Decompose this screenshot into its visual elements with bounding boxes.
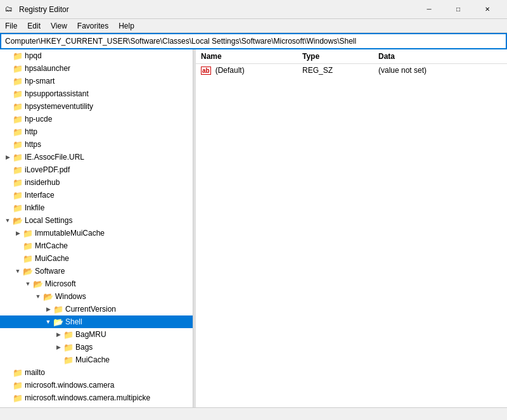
tree-item[interactable]: 📁hpsupportassistant	[0, 87, 193, 100]
tree-item[interactable]: 📁insiderhub	[0, 176, 193, 189]
tree-item[interactable]: 📁hpsalauncher	[0, 62, 193, 75]
tree-item-label: hp-ucde	[25, 115, 52, 124]
no-expand-icon	[3, 165, 13, 175]
expand-icon[interactable]: ▼	[13, 266, 23, 276]
tree-item-label: BagMRU	[75, 330, 106, 339]
expand-icon[interactable]: ▶	[53, 342, 63, 352]
tree-item-label: Shell	[65, 317, 82, 326]
tree-item[interactable]: 📁MuiCache	[0, 353, 193, 366]
no-expand-icon	[3, 76, 13, 86]
tree-item-label: microsoft.windows.camera	[25, 381, 114, 390]
tree-item[interactable]: 📁iLovePDF.pdf	[0, 163, 193, 176]
no-expand-icon	[3, 89, 13, 99]
tree-item-label: https	[25, 140, 41, 149]
folder-closed-icon: 📁	[63, 343, 74, 352]
status-bar	[0, 407, 507, 420]
tree-item[interactable]: 📁https	[0, 138, 193, 151]
tree-item[interactable]: ▼📂Shell	[0, 315, 193, 328]
folder-closed-icon: 📁	[13, 191, 23, 200]
folder-closed-icon: 📁	[13, 64, 23, 73]
no-expand-icon	[13, 253, 23, 264]
no-expand-icon	[3, 101, 13, 111]
tree-item-label: Inkfile	[25, 203, 44, 212]
detail-row[interactable]: ab(Default)REG_SZ(value not set)	[196, 64, 507, 77]
menu-item-view[interactable]: View	[46, 20, 72, 32]
tree-item-label: hp-smart	[25, 77, 55, 86]
main-content: 📁hpqd📁hpsalauncher📁hp-smart📁hpsupportass…	[0, 49, 507, 407]
tree-item[interactable]: 📁microsoft.windows.camera.multipicke	[0, 391, 193, 404]
tree-item[interactable]: ▶📁BagMRU	[0, 328, 193, 341]
folder-closed-icon: 📁	[23, 241, 33, 251]
tree-item[interactable]: 📁MrtCache	[0, 239, 193, 252]
tree-item[interactable]: 📁http	[0, 125, 193, 138]
tree-item[interactable]: ▶📁CurrentVersion	[0, 303, 193, 315]
tree-item-label: MuiCache	[35, 254, 69, 263]
expand-icon[interactable]: ▼	[3, 215, 13, 226]
no-expand-icon	[3, 63, 13, 73]
tree-item[interactable]: 📁microsoft.windows.camera	[0, 379, 193, 391]
folder-closed-icon: 📁	[13, 368, 23, 378]
menu-item-favorites[interactable]: Favorites	[72, 20, 113, 32]
folder-open-icon: 📂	[43, 292, 53, 302]
column-type: Type	[302, 52, 378, 61]
tree-item-label: Windows	[55, 292, 86, 301]
tree-item[interactable]: ▶📁Bags	[0, 341, 193, 353]
tree-item[interactable]: 📁Interface	[0, 189, 193, 201]
close-button[interactable]: ✕	[473, 0, 502, 19]
expand-icon[interactable]: ▼	[43, 317, 53, 327]
tree-item[interactable]: ▼📂Local Settings	[0, 214, 193, 227]
folder-open-icon: 📂	[33, 279, 43, 289]
tree-item[interactable]: ▼📂Windows	[0, 290, 193, 303]
expand-icon[interactable]: ▶	[13, 228, 23, 238]
folder-closed-icon: 📁	[13, 140, 23, 150]
tree-item[interactable]: ▼📂Microsoft	[0, 277, 193, 290]
tree-item-label: Software	[35, 267, 65, 276]
tree-item[interactable]: 📁Inkfile	[0, 201, 193, 214]
tree-item-label: MuiCache	[75, 355, 110, 364]
folder-closed-icon: 📁	[13, 77, 23, 86]
window-controls: ─ □ ✕	[414, 0, 502, 19]
no-expand-icon	[53, 355, 63, 365]
tree-item-label: hpsalauncher	[25, 64, 70, 73]
tree-item[interactable]: 📁MuiCache	[0, 252, 193, 265]
reg-entry-name: (Default)	[215, 66, 245, 75]
tree-item[interactable]: 📁hpqd	[0, 49, 193, 62]
expand-icon[interactable]: ▼	[23, 279, 33, 289]
window-title: Registry Editor	[19, 5, 414, 14]
folder-open-icon: 📂	[53, 317, 63, 327]
folder-closed-icon: 📁	[63, 355, 74, 365]
menu-item-file[interactable]: File	[0, 20, 22, 32]
tree-item[interactable]: 📁hpsystemeventutility	[0, 100, 193, 113]
maximize-button[interactable]: □	[444, 0, 473, 19]
tree-item[interactable]: ▼📂Software	[0, 265, 193, 277]
folder-closed-icon: 📁	[13, 115, 23, 124]
expand-icon[interactable]: ▶	[3, 152, 13, 162]
address-bar[interactable]: Computer\HKEY_CURRENT_USER\Software\Clas…	[0, 33, 507, 49]
menu-item-edit[interactable]: Edit	[22, 20, 46, 32]
tree-item[interactable]: 📁mailto	[0, 366, 193, 379]
expand-icon[interactable]: ▶	[43, 304, 53, 314]
minimize-button[interactable]: ─	[414, 0, 444, 19]
expand-icon[interactable]: ▶	[53, 329, 63, 340]
title-bar: 🗂 Registry Editor ─ □ ✕	[0, 0, 507, 19]
folder-closed-icon: 📁	[13, 51, 23, 61]
folder-closed-icon: 📁	[13, 127, 23, 137]
tree-item-label: IE.AssocFile.URL	[25, 153, 84, 162]
tree-item[interactable]: ▶📁ImmutableMuiCache	[0, 227, 193, 239]
menu-item-help[interactable]: Help	[113, 20, 139, 32]
tree-item[interactable]: ▶📁IE.AssocFile.URL	[0, 151, 193, 163]
expand-icon[interactable]: ▼	[33, 291, 43, 302]
tree-item-label: Interface	[25, 191, 55, 200]
tree-item[interactable]: 📁hp-smart	[0, 75, 193, 87]
folder-closed-icon: 📁	[13, 102, 23, 111]
tree-item-label: hpsupportassistant	[25, 89, 89, 98]
reg-value-icon: ab	[201, 67, 211, 75]
no-expand-icon	[13, 241, 23, 251]
tree-pane[interactable]: 📁hpqd📁hpsalauncher📁hp-smart📁hpsupportass…	[0, 49, 193, 407]
folder-closed-icon: 📁	[13, 153, 23, 162]
tree-item-label: Local Settings	[25, 216, 72, 225]
tree-item-label: ImmutableMuiCache	[35, 229, 105, 238]
tree-item[interactable]: 📁hp-ucde	[0, 113, 193, 125]
tree-item-label: microsoft.windows.camera.multipicke	[25, 393, 150, 402]
menu-bar: FileEditViewFavoritesHelp	[0, 19, 507, 33]
